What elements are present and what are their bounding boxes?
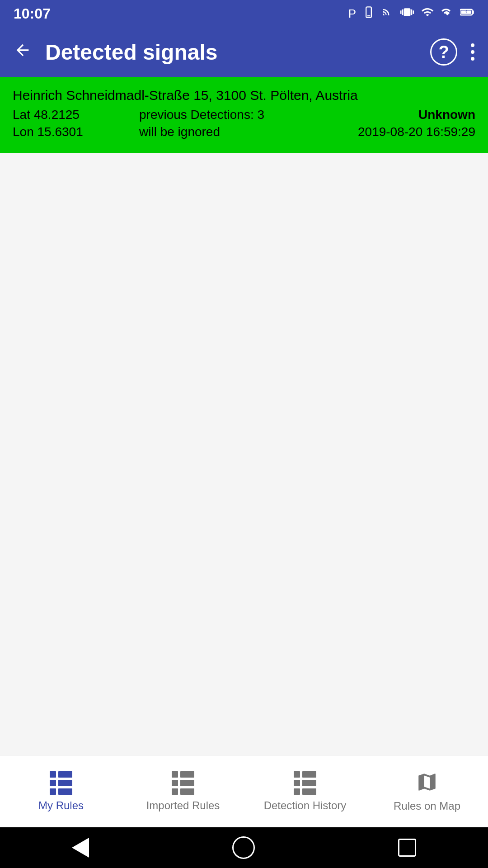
nav-my-rules[interactable]: My Rules [0, 755, 122, 827]
nav-detection-history[interactable]: Detection History [244, 755, 366, 827]
content-area [0, 153, 488, 755]
detection-lat: Lat 48.2125 [13, 108, 139, 122]
nav-my-rules-label: My Rules [38, 799, 84, 812]
svg-rect-4 [472, 10, 474, 14]
nav-rules-on-map-label: Rules on Map [394, 800, 460, 812]
detection-lon: Lon 15.6301 [13, 125, 139, 139]
more-button[interactable] [471, 43, 474, 61]
vibrate-icon [400, 5, 414, 22]
nav-imported-rules[interactable]: Imported Rules [122, 755, 244, 827]
detection-row-1: Lat 48.2125 previous Detections: 3 Unkno… [13, 108, 475, 122]
status-icons: P [348, 5, 474, 22]
dot2 [471, 50, 474, 54]
detection-item[interactable]: Heinrich Schneidmadl-Straße 15, 3100 St.… [0, 77, 488, 153]
cast-icon [381, 6, 394, 22]
dot1 [471, 43, 474, 47]
status-bar: 10:07 P [0, 0, 488, 27]
svg-rect-1 [367, 15, 371, 16]
nav-rules-on-map[interactable]: Rules on Map [366, 755, 488, 827]
signal-icon [441, 6, 454, 22]
detection-ignore: will be ignored [139, 125, 358, 139]
detection-history-icon [294, 771, 316, 795]
detection-date: 2019-08-20 16:59:29 [358, 125, 475, 139]
recents-system-button[interactable] [398, 839, 416, 857]
back-button[interactable] [14, 41, 32, 63]
bottom-nav: My Rules Imported Rules [0, 755, 488, 827]
detection-address: Heinrich Schneidmadl-Straße 15, 3100 St.… [13, 88, 475, 103]
toolbar: Detected signals ? [0, 27, 488, 77]
page-title: Detected signals [45, 40, 430, 65]
nav-detection-history-label: Detection History [264, 799, 347, 812]
detection-status: Unknown [418, 108, 475, 122]
back-system-button[interactable] [72, 838, 89, 858]
help-icon: ? [438, 43, 449, 61]
svg-marker-2 [445, 13, 450, 15]
status-time: 10:07 [14, 5, 51, 22]
battery-icon [460, 6, 474, 21]
dot3 [471, 57, 474, 61]
home-system-button[interactable] [232, 836, 255, 859]
detection-prev: previous Detections: 3 [139, 108, 418, 122]
parking-icon: P [348, 7, 356, 21]
wifi-icon [420, 6, 435, 22]
nav-imported-rules-label: Imported Rules [146, 799, 220, 812]
system-nav-bar [0, 827, 488, 868]
imported-rules-icon [172, 771, 194, 795]
phone-icon [362, 6, 375, 22]
rules-on-map-icon [416, 771, 438, 795]
detection-row-2: Lon 15.6301 will be ignored 2019-08-20 1… [13, 125, 475, 139]
toolbar-actions: ? [430, 38, 474, 66]
help-button[interactable]: ? [430, 38, 457, 66]
my-rules-icon [50, 771, 72, 795]
